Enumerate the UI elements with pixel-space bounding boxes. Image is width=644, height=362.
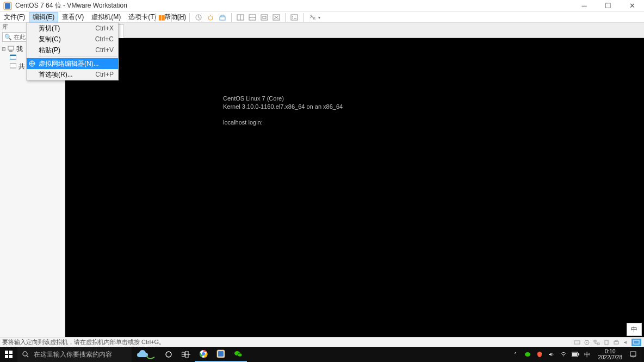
window-title: CentOS 7 64 位 - VMware Workstation <box>15 1 127 10</box>
svg-rect-2 <box>177 15 184 20</box>
tray-ime[interactable]: 中 <box>583 350 592 359</box>
status-sound-icon[interactable] <box>622 339 630 346</box>
taskbar-cortana[interactable] <box>160 347 177 362</box>
vm-pause-button[interactable]: ▮▮▾ <box>158 14 169 21</box>
taskbar-chrome[interactable] <box>195 347 212 362</box>
view-split-icon[interactable] <box>246 12 258 23</box>
clock-time: 0:10 <box>605 348 615 354</box>
folder-icon <box>10 63 16 70</box>
tray-wechat-icon[interactable] <box>523 350 532 359</box>
manage-snapshot-icon[interactable] <box>216 12 228 23</box>
tray-wifi-icon[interactable] <box>559 350 568 359</box>
status-cd-icon[interactable] <box>583 339 591 346</box>
svg-rect-15 <box>291 15 298 20</box>
taskbar-weather[interactable] <box>132 347 160 362</box>
stretch-icon[interactable]: ▾ <box>306 12 323 23</box>
edit-dropdown: 剪切(T) Ctrl+X 复制(C) Ctrl+C 粘贴(P) Ctrl+V 虚… <box>26 22 119 80</box>
menu-copy[interactable]: 复制(C) Ctrl+C <box>27 34 118 45</box>
svg-line-38 <box>27 355 28 357</box>
menu-cut[interactable]: 剪切(T) Ctrl+X <box>27 23 118 34</box>
console-line-1: CentOS Linux 7 (Core) <box>223 95 284 102</box>
menu-separator <box>39 57 117 57</box>
menu-file[interactable]: 文件(F) <box>0 12 29 22</box>
show-desktop-button[interactable] <box>641 347 643 362</box>
clock-date: 2022/7/28 <box>598 354 623 360</box>
view-fullscreen-icon[interactable] <box>258 12 270 23</box>
menu-vnet-label: 虚拟网络编辑器(N)... <box>39 59 99 68</box>
ime-indicator[interactable]: 中 <box>627 323 642 336</box>
menu-prefs-shortcut: Ctrl+P <box>95 71 114 78</box>
view-single-icon[interactable] <box>234 12 246 23</box>
menu-view[interactable]: 查看(V) <box>58 12 88 22</box>
vm-icon <box>10 54 16 61</box>
toolbar: ▮▮▾ ▾ <box>152 12 323 23</box>
disclosure-icon[interactable]: ⊟ <box>1 46 7 52</box>
status-printer-icon[interactable] <box>612 339 621 346</box>
taskbar-clock[interactable]: 0:10 2022/7/28 <box>595 348 626 360</box>
view-unity-icon[interactable] <box>270 12 282 23</box>
svg-rect-36 <box>9 355 13 358</box>
status-disk-icon[interactable] <box>573 339 581 346</box>
menu-virtual-network-editor[interactable]: 虚拟网络编辑器(N)... <box>27 58 118 69</box>
svg-rect-30 <box>614 341 618 344</box>
svg-rect-32 <box>634 340 639 344</box>
svg-rect-23 <box>10 64 16 68</box>
svg-rect-22 <box>10 55 16 56</box>
svg-rect-53 <box>630 352 636 356</box>
svg-rect-52 <box>572 353 577 356</box>
taskbar-taskview[interactable] <box>177 347 195 362</box>
console-line-3: localhost login: <box>223 119 263 126</box>
svg-point-49 <box>525 352 530 357</box>
svg-rect-24 <box>574 341 580 344</box>
snapshot-icon[interactable] <box>193 12 205 23</box>
network-icon <box>28 60 36 67</box>
svg-point-4 <box>208 16 213 20</box>
vmware-status-bar: 要将输入定向到该虚拟机，请在虚拟机内部单击或按 Ctrl+G。 <box>0 337 644 347</box>
taskbar-wechat[interactable] <box>230 347 247 362</box>
console-icon[interactable] <box>288 12 300 23</box>
taskbar-search[interactable]: 在这里输入你要搜索的内容 <box>17 347 132 362</box>
menu-edit[interactable]: 编辑(E) <box>29 12 58 22</box>
taskbar-search-placeholder: 在这里输入你要搜索的内容 <box>34 350 112 359</box>
menu-vm[interactable]: 虚拟机(M) <box>88 12 125 22</box>
menu-cut-shortcut: Ctrl+X <box>95 24 114 32</box>
svg-rect-27 <box>594 340 596 342</box>
window-title-bar: CentOS 7 64 位 - VMware Workstation ─ ☐ ✕ <box>0 0 644 12</box>
guest-console[interactable]: CentOS Linux 7 (Core) Kernel 3.10.0-1160… <box>65 38 644 337</box>
close-button[interactable]: ✕ <box>620 0 644 12</box>
svg-rect-34 <box>9 351 13 354</box>
console-line-2: Kernel 3.10.0-1160.el7.x86_64 on an x86_… <box>223 103 343 110</box>
taskbar-vmware[interactable] <box>212 347 230 362</box>
tray-chevron-icon[interactable]: ˄ <box>511 350 520 359</box>
status-usb-icon[interactable] <box>602 339 611 346</box>
send-cad-icon[interactable] <box>175 12 187 23</box>
status-hint: 要将输入定向到该虚拟机，请在虚拟机内部单击或按 Ctrl+G。 <box>2 338 165 346</box>
menu-preferences[interactable]: 首选项(R)... Ctrl+P <box>27 69 118 80</box>
svg-rect-10 <box>261 15 268 20</box>
menu-copy-shortcut: Ctrl+C <box>95 35 114 43</box>
maximize-button[interactable]: ☐ <box>596 0 620 12</box>
tray-notifications-icon[interactable] <box>629 350 637 359</box>
svg-rect-19 <box>8 46 14 50</box>
tree-shared-label: 共 <box>18 62 25 71</box>
status-network-icon[interactable] <box>592 339 601 346</box>
menu-cut-label: 剪切(T) <box>39 24 60 33</box>
revert-snapshot-icon[interactable] <box>205 12 216 23</box>
tray-volume-icon[interactable] <box>547 350 556 359</box>
menu-paste[interactable]: 粘贴(P) Ctrl+V <box>27 45 118 55</box>
tree-root-label: 我 <box>16 45 23 53</box>
tray-security-icon[interactable] <box>535 350 544 359</box>
status-display-icon[interactable] <box>631 339 641 346</box>
svg-point-39 <box>166 352 171 357</box>
svg-point-48 <box>238 353 242 357</box>
start-button[interactable] <box>0 347 17 362</box>
minimize-button[interactable]: ─ <box>572 0 596 12</box>
system-tray: ˄ 中 0:10 2022/7/28 <box>511 347 645 362</box>
search-icon: 🔍 <box>4 34 12 41</box>
tab-strip <box>65 23 644 38</box>
tray-battery-icon[interactable] <box>571 350 580 359</box>
svg-rect-29 <box>605 340 608 345</box>
svg-rect-11 <box>263 16 266 18</box>
svg-rect-33 <box>5 351 8 354</box>
svg-rect-51 <box>578 353 579 355</box>
